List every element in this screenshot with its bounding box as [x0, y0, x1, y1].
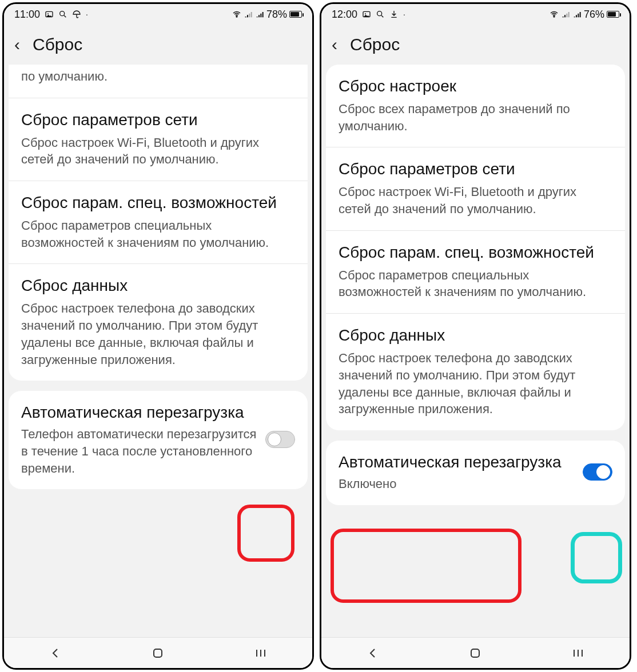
umbrella-icon [72, 10, 81, 19]
more-dot: · [403, 10, 405, 19]
list-item-reset-accessibility[interactable]: Сброс парам. спец. возможностей Сброс па… [9, 181, 308, 264]
nav-recents-icon[interactable] [249, 642, 272, 665]
nav-bar [4, 637, 312, 668]
item-title: Сброс данных [21, 275, 295, 295]
battery-icon [289, 11, 302, 18]
settings-card: Сброс настроек Сброс всех параметров до … [326, 65, 625, 430]
status-time: 12:00 [332, 9, 357, 21]
phone-screen-right: 12:00 · 76% ‹ Сброс Сброс настроек Сброс… [320, 2, 631, 670]
item-title: Сброс параметров сети [339, 159, 612, 179]
wifi-icon [232, 10, 241, 19]
auto-restart-switch[interactable] [265, 431, 295, 448]
nav-recents-icon[interactable] [567, 642, 590, 665]
nav-back-icon[interactable] [361, 642, 384, 665]
settings-card: по умолчанию. Сброс параметров сети Сбро… [9, 65, 308, 381]
wifi-icon [550, 10, 559, 19]
svg-point-6 [365, 13, 366, 14]
nav-bar [321, 637, 630, 668]
signal-icon-2 [572, 10, 582, 19]
auto-restart-row[interactable]: Автоматическая перезагрузка Включено [326, 441, 625, 505]
item-title: Сброс парам. спец. возможностей [21, 193, 295, 213]
list-item-reset-network[interactable]: Сброс параметров сети Сброс настроек Wi-… [326, 147, 625, 230]
list-item-reset-network[interactable]: Сброс параметров сети Сброс настроек Wi-… [9, 98, 308, 181]
svg-rect-9 [471, 649, 479, 657]
battery-pct: 78% [266, 9, 287, 21]
auto-restart-row[interactable]: Автоматическая перезагрузка Телефон авто… [9, 391, 308, 489]
svg-point-7 [377, 11, 382, 16]
auto-restart-card: Автоматическая перезагрузка Включено [326, 441, 625, 505]
gallery-icon [45, 10, 54, 19]
item-title: Сброс данных [339, 325, 612, 345]
settings-content[interactable]: Сброс настроек Сброс всех параметров до … [321, 65, 630, 637]
status-bar: 11:00 · 78% [4, 4, 312, 25]
status-bar: 12:00 · 76% [321, 4, 630, 25]
back-button[interactable]: ‹ [12, 36, 22, 53]
list-item[interactable]: по умолчанию. [9, 65, 308, 98]
item-desc: Сброс всех параметров до значений по умо… [339, 101, 612, 134]
auto-restart-card: Автоматическая перезагрузка Телефон авто… [9, 391, 308, 489]
signal-icon-1 [561, 10, 570, 19]
page-title: Сброс [350, 35, 400, 54]
toggle-title: Автоматическая перезагрузка [339, 452, 577, 472]
item-desc: по умолчанию. [21, 68, 295, 85]
back-button[interactable]: ‹ [329, 36, 340, 53]
svg-rect-4 [154, 649, 162, 657]
app-header: ‹ Сброс [4, 25, 312, 65]
signal-icon-1 [244, 10, 253, 19]
item-desc: Сброс настроек телефона до заводских зна… [21, 300, 295, 368]
more-dot: · [86, 10, 88, 19]
list-item-factory-reset[interactable]: Сброс данных Сброс настроек телефона до … [326, 314, 625, 430]
svg-point-1 [47, 13, 49, 14]
item-desc: Сброс настроек телефона до заводских зна… [339, 350, 612, 418]
auto-restart-switch[interactable] [583, 463, 612, 481]
app-header: ‹ Сброс [321, 25, 630, 65]
page-title: Сброс [33, 35, 82, 54]
settings-content[interactable]: по умолчанию. Сброс параметров сети Сбро… [4, 65, 312, 637]
item-title: Сброс парам. спец. возможностей [339, 242, 612, 262]
toggle-title: Автоматическая перезагрузка [21, 402, 260, 422]
list-item-reset-accessibility[interactable]: Сброс парам. спец. возможностей Сброс па… [326, 231, 625, 314]
svg-point-2 [60, 11, 65, 16]
svg-point-3 [236, 16, 237, 17]
phone-screen-left: 11:00 · 78% ‹ Сброс по умолчанию. Сброс … [2, 2, 314, 670]
item-title: Сброс настроек [339, 76, 612, 96]
item-desc: Сброс параметров специальных возможносте… [339, 267, 612, 301]
toggle-desc: Включено [339, 475, 577, 493]
svg-point-8 [554, 16, 555, 17]
nav-back-icon[interactable] [44, 642, 67, 665]
gallery-icon [362, 10, 371, 19]
list-item-reset-settings[interactable]: Сброс настроек Сброс всех параметров до … [326, 65, 625, 147]
item-desc: Сброс настроек Wi-Fi, Bluetooth и других… [21, 134, 295, 168]
toggle-desc: Телефон автоматически перезагрузится в т… [21, 426, 260, 477]
search-icon [376, 10, 385, 19]
signal-icon-2 [255, 10, 264, 19]
status-time: 11:00 [14, 9, 40, 21]
nav-home-icon[interactable] [146, 642, 169, 665]
nav-home-icon[interactable] [464, 642, 487, 665]
download-icon [389, 10, 399, 19]
item-desc: Сброс параметров специальных возможносте… [21, 217, 295, 251]
search-icon [58, 10, 67, 19]
battery-icon [607, 11, 619, 18]
item-title: Сброс параметров сети [21, 110, 295, 130]
battery-pct: 76% [584, 9, 604, 21]
list-item-factory-reset[interactable]: Сброс данных Сброс настроек телефона до … [9, 264, 308, 381]
item-desc: Сброс настроек Wi-Fi, Bluetooth и других… [339, 183, 612, 217]
